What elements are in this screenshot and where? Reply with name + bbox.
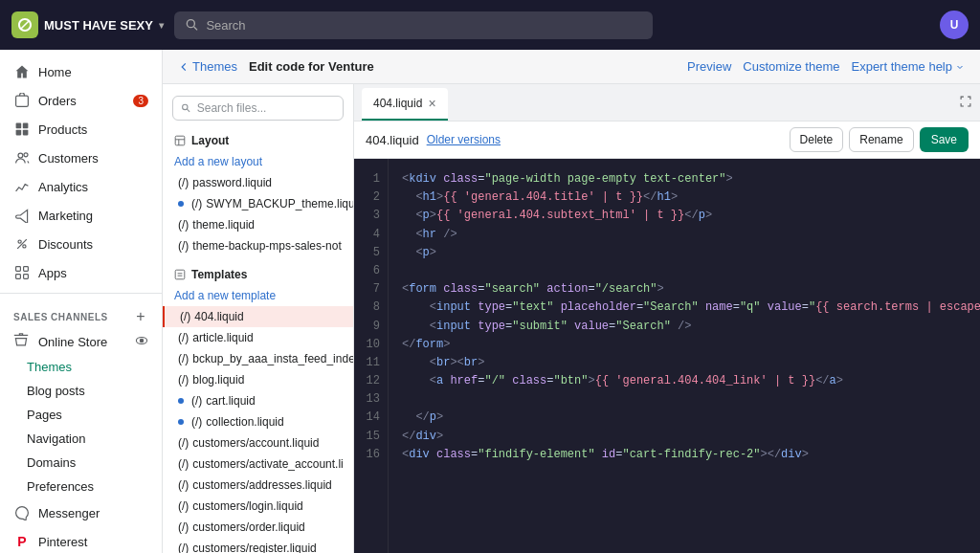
brand[interactable]: MUST HAVE SEXY ▾	[11, 11, 165, 38]
sidebar-label-analytics: Analytics	[38, 180, 88, 194]
save-button[interactable]: Save	[920, 127, 969, 152]
code-editor[interactable]: 1234 5678 9101112 13141516 <kdiv class="…	[354, 159, 980, 553]
sales-channels-label: SALES CHANNELS +	[0, 299, 162, 328]
code-header: Themes Edit code for Venture Preview Cus…	[163, 50, 980, 84]
file-item-cart[interactable]: (/) cart.liquid	[163, 390, 353, 411]
divider-1	[0, 293, 162, 294]
file-item-customers-register[interactable]: (/) customers/register.liquid	[163, 538, 353, 553]
pinterest-icon: P	[13, 533, 31, 550]
search-icon	[186, 18, 198, 32]
older-versions-link[interactable]: Older versions	[427, 133, 501, 146]
search-input[interactable]	[206, 18, 641, 33]
file-search-input[interactable]	[197, 101, 335, 115]
sidebar-label-customers: Customers	[38, 151, 99, 166]
breadcrumb-current: Edit code for Venture	[249, 59, 374, 74]
templates-section-label: Templates	[163, 262, 353, 285]
file-item-article[interactable]: (/) article.liquid	[163, 327, 353, 348]
sidebar-sub-item-pages[interactable]: Pages	[0, 403, 162, 427]
sidebar-item-apps[interactable]: Apps	[0, 258, 162, 287]
sidebar-item-marketing[interactable]: Marketing	[0, 201, 162, 230]
tab-close-button[interactable]: ×	[428, 96, 435, 111]
layout-icon	[174, 135, 186, 146]
sidebar-item-analytics[interactable]: Analytics	[0, 172, 162, 201]
sidebar-item-products[interactable]: Products	[0, 115, 162, 144]
sidebar-sub-item-blog-posts[interactable]: Blog posts	[0, 379, 162, 403]
file-item-customers-activate[interactable]: (/) customers/activate_account.li	[163, 453, 353, 475]
code-content[interactable]: <kdiv class="page-width page-empty text-…	[389, 159, 980, 553]
file-actions: Delete Rename Save	[790, 127, 969, 152]
brand-name: MUST HAVE SEXY	[44, 18, 153, 33]
sidebar-sub-item-preferences[interactable]: Preferences	[0, 475, 162, 498]
expert-help-button[interactable]: Expert theme help	[851, 59, 965, 74]
file-item-bckup[interactable]: (/) bckup_by_aaa_insta_feed_inde	[163, 348, 353, 369]
rename-button[interactable]: Rename	[849, 127, 913, 152]
avatar: U	[940, 11, 969, 39]
sidebar-sub-item-navigation[interactable]: Navigation	[0, 427, 162, 451]
editor-pane: 404.liquid × 404.liquid Older versions	[354, 84, 980, 553]
orders-icon	[13, 92, 31, 109]
sidebar-item-customers[interactable]: Customers	[0, 144, 162, 172]
sidebar-item-discounts[interactable]: Discounts	[0, 230, 162, 258]
preview-button[interactable]: Preview	[687, 59, 731, 74]
sidebar-item-pinterest[interactable]: P Pinterest	[0, 527, 162, 553]
sidebar-label-marketing: Marketing	[38, 209, 93, 223]
svg-rect-13	[24, 267, 29, 272]
online-store-label: Online Store	[38, 335, 107, 349]
sidebar-item-messenger[interactable]: Messenger	[0, 498, 162, 527]
svg-rect-21	[175, 136, 185, 145]
tab-label: 404.liquid	[373, 97, 422, 110]
svg-point-8	[24, 153, 28, 157]
editor-tab-404[interactable]: 404.liquid ×	[362, 88, 448, 121]
back-to-themes[interactable]: Themes	[178, 59, 237, 74]
sidebar-sub-item-themes[interactable]: Themes	[0, 355, 162, 379]
file-item-blog[interactable]: (/) blog.liquid	[163, 369, 353, 390]
online-store-icon	[13, 333, 31, 350]
sidebar-sub-item-domains[interactable]: Domains	[0, 451, 162, 475]
file-item-customers-addresses[interactable]: (/) customers/addresses.liquid	[163, 475, 353, 496]
file-search-bar[interactable]	[172, 96, 344, 121]
sidebar-label-home: Home	[38, 65, 72, 79]
collection-dot	[178, 419, 184, 425]
file-item-theme[interactable]: (/) theme.liquid	[163, 214, 353, 235]
sidebar-item-home[interactable]: Home	[0, 57, 162, 86]
file-item-theme-backup[interactable]: (/) theme-backup-mps-sales-not	[163, 235, 353, 256]
cart-dot	[178, 398, 184, 404]
sidebar-label-products: Products	[38, 122, 87, 137]
sidebar-label-orders: Orders	[38, 94, 77, 108]
brand-icon	[11, 11, 38, 38]
editor-tabs: 404.liquid ×	[354, 84, 980, 122]
sidebar-label-apps: Apps	[38, 266, 67, 280]
home-icon	[13, 63, 31, 80]
file-item-404[interactable]: (/) 404.liquid	[163, 306, 353, 327]
split-pane: Layout Add a new layout (/) password.liq…	[163, 84, 980, 553]
sidebar: Home Orders 3 Products Customers Analy	[0, 50, 163, 553]
svg-point-0	[187, 20, 194, 28]
templates-icon	[174, 269, 186, 280]
pinterest-label: Pinterest	[38, 535, 87, 549]
file-item-password[interactable]: (/) password.liquid	[163, 172, 353, 193]
orders-badge: 3	[133, 95, 148, 107]
sidebar-item-online-store[interactable]: Online Store	[0, 328, 162, 355]
top-nav: MUST HAVE SEXY ▾ U	[0, 0, 980, 50]
back-chevron-icon	[178, 61, 189, 73]
expert-chevron-icon	[955, 62, 965, 72]
file-name: 404.liquid Older versions	[366, 133, 501, 147]
file-item-customers-login[interactable]: (/) customers/login.liquid	[163, 496, 353, 517]
sidebar-item-orders[interactable]: Orders 3	[0, 86, 162, 115]
add-template-link[interactable]: Add a new template	[163, 285, 353, 306]
search-bar[interactable]	[174, 11, 653, 39]
delete-button[interactable]: Delete	[790, 127, 844, 152]
file-item-customers-order[interactable]: (/) customers/order.liquid	[163, 517, 353, 538]
messenger-icon	[13, 504, 31, 521]
svg-rect-6	[23, 130, 29, 136]
add-sales-channel-button[interactable]: +	[133, 309, 148, 324]
file-item-customers-account[interactable]: (/) customers/account.liquid	[163, 432, 353, 453]
customize-theme-button[interactable]: Customize theme	[743, 59, 839, 74]
svg-rect-15	[24, 275, 29, 279]
svg-rect-12	[16, 267, 21, 272]
file-item-collection[interactable]: (/) collection.liquid	[163, 411, 353, 432]
add-layout-link[interactable]: Add a new layout	[163, 151, 353, 172]
file-item-swym[interactable]: (/) SWYM_BACKUP_theme.liquid	[163, 193, 353, 214]
expand-button[interactable]	[959, 95, 972, 111]
editor-tab-actions	[959, 95, 972, 111]
